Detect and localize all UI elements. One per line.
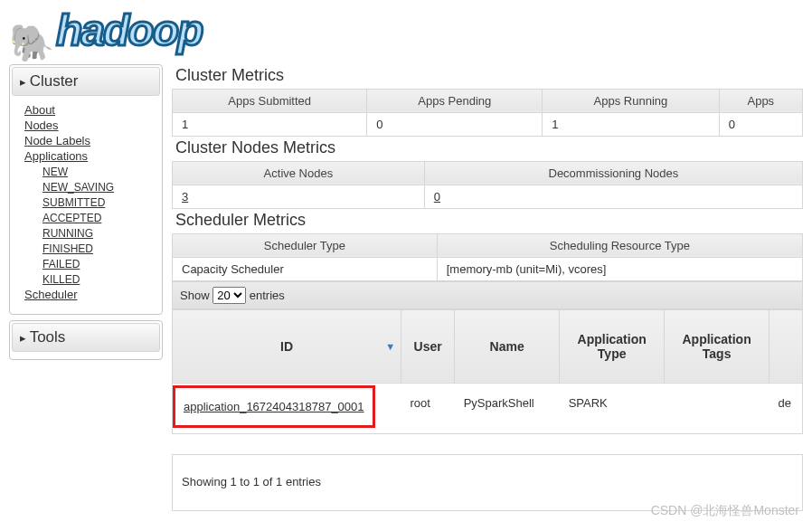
- app-id-link[interactable]: application_1672404318787_0001: [184, 400, 364, 413]
- col-user[interactable]: User: [401, 309, 455, 383]
- highlighted-app-id: application_1672404318787_0001: [175, 387, 373, 426]
- nav-cluster-header[interactable]: Cluster: [12, 67, 160, 96]
- cell-user: root: [401, 383, 455, 433]
- nav-app-accepted[interactable]: ACCEPTED: [42, 212, 101, 224]
- nav-app-running[interactable]: RUNNING: [42, 227, 93, 240]
- nav-app-failed[interactable]: FAILED: [42, 258, 80, 270]
- page-size-select[interactable]: 20: [212, 287, 246, 304]
- nav-scheduler[interactable]: Scheduler: [24, 288, 78, 301]
- nav-tools-header[interactable]: Tools: [12, 323, 160, 352]
- col-scheduler-type: Scheduler Type: [173, 233, 438, 257]
- node-metrics-title: Cluster Nodes Metrics: [175, 138, 803, 157]
- applications-table: ID▼ User Name Application Type Applicati…: [172, 309, 803, 434]
- cell-name: PySparkShell: [455, 383, 560, 433]
- node-metrics-table: Active Nodes Decommissioning Nodes 3 0: [172, 161, 803, 209]
- val-scheduler-type: Capacity Scheduler: [173, 257, 438, 280]
- sort-desc-icon: ▼: [385, 341, 395, 352]
- col-id[interactable]: ID▼: [173, 309, 401, 383]
- nav-cluster: Cluster About Nodes Node Labels Applicat…: [9, 64, 163, 315]
- logo-area: 🐘hadoop: [0, 0, 812, 64]
- content-area: Cluster Metrics Apps Submitted Apps Pend…: [172, 64, 803, 511]
- scheduler-metrics-table: Scheduler Type Scheduling Resource Type …: [172, 233, 803, 281]
- val-apps-submitted: 1: [173, 112, 367, 136]
- nav-nodes[interactable]: Nodes: [24, 119, 59, 132]
- col-decommissioning-nodes: Decommissioning Nodes: [424, 161, 802, 185]
- col-apps-pending: Apps Pending: [367, 89, 543, 112]
- col-apps-running: Apps Running: [543, 89, 719, 112]
- col-app-tags[interactable]: Application Tags: [665, 309, 770, 383]
- nav-app-new[interactable]: NEW: [42, 166, 68, 178]
- cell-app-tags: [665, 383, 770, 433]
- table-header-row: ID▼ User Name Application Type Applicati…: [173, 309, 803, 383]
- nav-app-finished[interactable]: FINISHED: [42, 242, 93, 255]
- col-extra[interactable]: [770, 309, 803, 383]
- nav-tools: Tools: [9, 320, 163, 360]
- show-prefix: Show: [180, 289, 210, 302]
- nav-about[interactable]: About: [24, 103, 55, 117]
- val-apps-running: 1: [543, 112, 719, 136]
- logo-text: hadoop: [56, 6, 202, 54]
- val-active-nodes[interactable]: 3: [182, 190, 188, 204]
- scheduler-metrics-title: Scheduler Metrics: [175, 211, 803, 230]
- datatable-length: Show 20 entries: [172, 281, 803, 309]
- show-suffix: entries: [250, 289, 285, 302]
- cluster-metrics-title: Cluster Metrics: [175, 66, 803, 85]
- cell-extra: de: [770, 383, 803, 433]
- col-app-type[interactable]: Application Type: [560, 309, 665, 383]
- col-name[interactable]: Name: [455, 309, 560, 383]
- table-row: application_1672404318787_0001 root PySp…: [173, 383, 803, 433]
- nav-app-submitted[interactable]: SUBMITTED: [42, 196, 105, 209]
- val-apps-partial: 0: [719, 112, 802, 136]
- cell-app-type: SPARK: [560, 383, 665, 433]
- nav-app-killed[interactable]: KILLED: [42, 273, 80, 286]
- hadoop-elephant-icon: 🐘: [9, 24, 54, 61]
- sidebar: Cluster About Nodes Node Labels Applicat…: [9, 64, 163, 365]
- col-apps-partial: Apps: [719, 89, 802, 112]
- col-scheduling-resource-type: Scheduling Resource Type: [437, 233, 802, 257]
- nav-app-new-saving[interactable]: NEW_SAVING: [42, 181, 114, 194]
- col-apps-submitted: Apps Submitted: [173, 89, 367, 112]
- val-apps-pending: 0: [367, 112, 543, 136]
- cluster-metrics-table: Apps Submitted Apps Pending Apps Running…: [172, 89, 803, 137]
- col-active-nodes: Active Nodes: [173, 161, 425, 185]
- watermark: CSDN @北海怪兽Monster: [651, 503, 799, 511]
- val-decommissioning-nodes[interactable]: 0: [434, 190, 440, 204]
- nav-applications[interactable]: Applications: [24, 149, 88, 163]
- nav-node-labels[interactable]: Node Labels: [24, 134, 90, 147]
- val-scheduling-resource-type: [memory-mb (unit=Mi), vcores]: [437, 257, 802, 280]
